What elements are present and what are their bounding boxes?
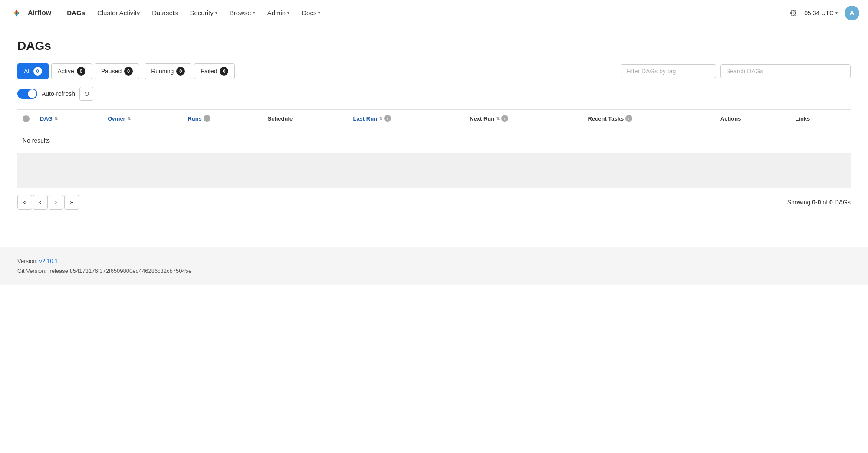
dag-sort-icon: ⇅ [54,116,58,121]
th-dag: DAG ⇅ [35,110,102,128]
filter-all-badge: 0 [33,67,42,76]
git-version: .release:854173176f372f6509800ed446286c3… [48,268,191,274]
svg-marker-1 [18,12,20,14]
filter-failed-label: Failed [201,68,217,75]
filter-failed-button[interactable]: Failed 0 [194,63,235,79]
th-actions-label: Actions [720,115,741,122]
filter-paused-button[interactable]: Paused 0 [95,63,139,79]
nav-security[interactable]: Security ▾ [184,6,222,20]
version-line: Version: v2.10.1 [17,256,851,266]
nav-docs[interactable]: Docs ▾ [296,6,326,20]
filter-paused-label: Paused [101,68,122,75]
filter-active-button[interactable]: Active 0 [51,63,92,79]
pagination-row: « ‹ › » Showing 0-0 of 0 DAGs [17,188,851,217]
showing-label: Showing [787,199,812,206]
version-label: Version: [17,258,39,264]
th-actions: Actions [715,110,790,128]
th-last-run: Last Run ⇅ i [348,110,464,128]
recent-tasks-info-icon[interactable]: i [625,115,632,122]
nav-links: DAGs Cluster Activity Datasets Security … [62,6,786,20]
user-avatar[interactable]: A [845,6,859,20]
filter-paused-badge: 0 [124,67,133,76]
dag-table: i DAG ⇅ Owner ⇅ Runs [17,109,851,188]
filter-running-label: Running [151,68,174,75]
svg-marker-0 [15,9,18,12]
refresh-row: Auto-refresh ↻ [17,87,851,101]
filter-running-button[interactable]: Running 0 [145,63,191,79]
last-page-button[interactable]: » [64,195,79,210]
svg-marker-3 [13,12,15,14]
showing-total: 0 [829,199,833,206]
showing-text: Showing 0-0 of 0 DAGs [787,199,851,206]
version-link[interactable]: v2.10.1 [39,258,58,264]
th-next-run-label: Next Run [470,115,494,122]
th-links-label: Links [795,115,810,122]
status-filter-group: All 0 Active 0 Paused 0 [17,63,139,79]
nav-datasets[interactable]: Datasets [147,6,183,20]
filter-active-label: Active [58,68,74,75]
last-run-info-icon[interactable]: i [384,115,391,122]
th-owner-label: Owner [108,115,125,122]
next-run-sort-icon: ⇅ [496,116,500,121]
time-display[interactable]: 05:34 UTC ▾ [804,10,838,16]
autorefresh-toggle[interactable] [17,89,37,99]
next-page-button[interactable]: › [49,195,63,210]
page-title: DAGs [17,39,851,53]
th-schedule-label: Schedule [268,115,293,122]
brand-logo[interactable]: Airflow [9,5,51,21]
th-toggle: i [17,110,35,128]
settings-icon[interactable]: ⚙ [789,8,797,18]
brand-name: Airflow [28,9,51,17]
run-filter-group: Running 0 Failed 0 [145,63,235,79]
empty-filler-row [17,153,851,187]
security-dropdown-arrow: ▾ [215,10,217,15]
navbar: Airflow DAGs Cluster Activity Datasets S… [0,0,868,26]
git-label: Git Version: [17,268,48,274]
nav-dags[interactable]: DAGs [62,6,90,20]
first-page-button[interactable]: « [17,195,32,210]
th-runs: Runs i [182,110,262,128]
nav-cluster-activity[interactable]: Cluster Activity [92,6,145,20]
runs-info-icon[interactable]: i [204,115,210,122]
autorefresh-label: Auto-refresh [42,90,75,97]
next-run-info-icon[interactable]: i [501,115,508,122]
page-content: DAGs All 0 Active 0 Paused 0 Running 0 F… [0,26,868,230]
navbar-right: ⚙ 05:34 UTC ▾ A [789,6,859,20]
filter-running-badge: 0 [176,67,185,76]
admin-dropdown-arrow: ▾ [287,10,289,15]
filter-all-label: All [24,68,31,75]
time-dropdown-arrow: ▾ [835,10,838,15]
last-run-sort-icon: ⇅ [379,116,382,121]
showing-range: 0-0 [812,199,821,206]
nav-admin[interactable]: Admin ▾ [262,6,295,20]
pagination-buttons: « ‹ › » [17,195,79,210]
search-group [621,64,851,78]
filter-active-badge: 0 [77,67,85,76]
svg-point-4 [15,12,18,14]
airflow-logo-icon [9,5,24,21]
th-recent-tasks: Recent Tasks i [582,110,715,128]
svg-marker-2 [15,14,18,16]
refresh-icon: ↻ [84,90,89,98]
filter-all-button[interactable]: All 0 [17,63,49,79]
refresh-button[interactable]: ↻ [79,87,93,101]
th-owner: Owner ⇅ [102,110,182,128]
th-runs-label: Runs [187,115,202,122]
showing-of: of [821,199,829,206]
filter-failed-badge: 0 [220,67,228,76]
filter-row: All 0 Active 0 Paused 0 Running 0 Failed… [17,63,851,79]
search-dags-input[interactable] [720,64,851,78]
docs-dropdown-arrow: ▾ [318,10,320,15]
no-results-text: No results [23,137,50,144]
th-dag-label: DAG [40,115,53,122]
dag-info-icon[interactable]: i [23,115,30,122]
prev-page-button[interactable]: ‹ [33,195,48,210]
th-last-run-label: Last Run [353,115,377,122]
nav-browse[interactable]: Browse ▾ [224,6,260,20]
showing-suffix: DAGs [833,199,851,206]
footer-text: Version: v2.10.1 Git Version: .release:8… [17,256,851,276]
th-next-run: Next Run ⇅ i [464,110,582,128]
owner-sort-icon: ⇅ [127,116,131,121]
tag-filter-input[interactable] [621,64,716,78]
th-schedule: Schedule [263,110,348,128]
